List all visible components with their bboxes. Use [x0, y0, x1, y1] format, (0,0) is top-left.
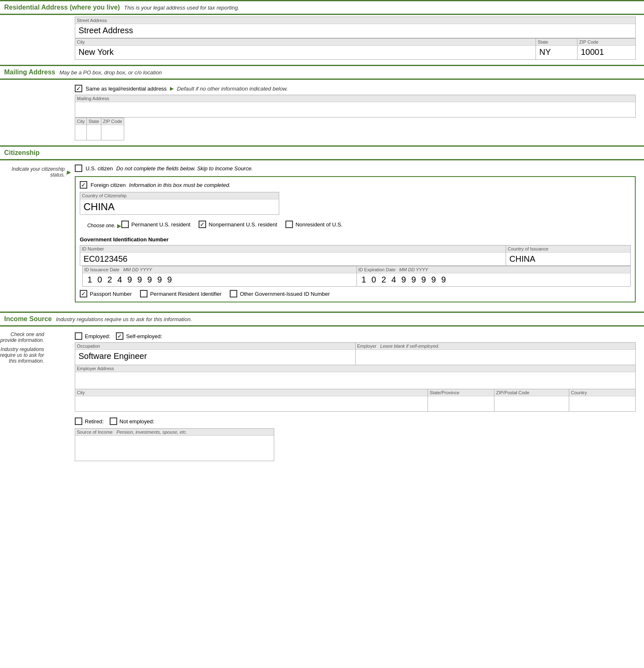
issuance-date-field[interactable]: ID Issuance Date MM DD YYYY 1 0 2 4 9 — [82, 266, 357, 287]
country-issuance-field[interactable]: Country of Issuance CHINA — [506, 245, 631, 266]
state-province-label: State/Province — [428, 389, 494, 396]
gov-id-section: Government Identification Number ID Numb… — [80, 236, 631, 297]
issuance-date-label: ID Issuance Date MM DD YYYY — [83, 266, 356, 273]
date-row: ID Issuance Date MM DD YYYY 1 0 2 4 9 — [82, 266, 631, 287]
state-field[interactable]: State NY — [536, 38, 578, 60]
income-country-label: Country — [569, 389, 635, 396]
street-address-value: Street Address — [75, 24, 635, 38]
employed-row: Employed: ✓ Self-employed: — [75, 330, 636, 342]
default-arrow-icon: ▶ — [170, 86, 174, 91]
income-country-field[interactable]: Country — [569, 389, 636, 412]
self-employed-option: ✓ Self-employed: — [116, 332, 162, 340]
income-source-header: Income Source Industry regulations requi… — [0, 312, 644, 325]
same-as-legal-text: Same as legal/residential address — [86, 86, 167, 92]
zip-value: 10001 — [578, 46, 635, 59]
foreign-citizen-note: Information in this box must be complete… — [129, 182, 231, 188]
residential-address-layout: Street Address Street Address City New Y… — [0, 15, 644, 61]
citizenship-section: Citizenship Indicate your citizenship st… — [0, 145, 644, 307]
zip-postal-field[interactable]: ZIP/Postal Code — [494, 389, 569, 412]
issuance-digits: 1 0 2 4 9 9 9 9 9 — [83, 273, 356, 286]
city-state-country-row: City State/Province ZIP/Postal Code Coun… — [75, 389, 636, 412]
mailing-title: Mailing Address — [4, 69, 55, 76]
residential-section: Residential Address (where you live) Thi… — [0, 0, 644, 61]
country-of-citizenship-field[interactable]: Country of Citizenship CHINA — [80, 192, 279, 215]
indicate-citizenship-label: Indicate your citizenship status. — [0, 166, 65, 178]
date-row-layout: ID Issuance Date MM DD YYYY 1 0 2 4 9 — [80, 266, 631, 287]
source-income-box[interactable]: Source of Income Pension, investments, s… — [75, 428, 274, 461]
nonpermanent-resident-label: Nonpermanent U.S. resident — [209, 221, 277, 228]
us-citizen-note: Do not complete the fields below. Skip t… — [116, 165, 253, 172]
nonresident-option: Nonresident of U.S. — [285, 221, 342, 228]
employer-label: Employer Leave blank if self-employed. — [356, 343, 636, 350]
nonresident-checkbox[interactable] — [285, 221, 293, 228]
self-employed-checkbox[interactable]: ✓ — [116, 332, 123, 340]
not-employed-option: Not employed: — [110, 418, 155, 425]
permanent-identifier-label: Permanent Resident Identifier — [150, 291, 221, 297]
foreign-citizen-checkbox[interactable]: ✓ — [80, 181, 87, 189]
permanent-identifier-checkbox[interactable] — [140, 290, 147, 297]
country-of-citizenship-value: CHINA — [80, 199, 279, 214]
expiration-digits: 1 0 2 4 9 9 9 9 9 — [357, 273, 631, 286]
passport-row: ✓ Passport Number Permanent Resident Ide… — [80, 290, 631, 297]
permanent-resident-option: Permanent U.S. resident — [121, 221, 190, 228]
residential-subtitle: This is your legal address used for tax … — [124, 5, 239, 11]
employed-label: Employed: — [85, 333, 110, 339]
country-of-citizenship-label: Country of Citizenship — [80, 192, 279, 199]
employer-address-field[interactable]: Employer Address — [75, 365, 636, 389]
choose-one-arrow-icon: ▶ — [117, 223, 121, 229]
mailing-address-fields: Mailing Address City State ZIP Code — [75, 95, 644, 140]
us-citizen-checkbox[interactable] — [75, 165, 82, 172]
employer-field[interactable]: Employer Leave blank if self-employed. — [356, 342, 636, 365]
city-label: City — [75, 39, 536, 46]
mailing-address-field[interactable]: Mailing Address — [75, 95, 636, 118]
retired-row: Retired: Not employed: — [75, 416, 636, 427]
resident-options: Permanent U.S. resident ✓ Nonpermanent U… — [121, 221, 343, 228]
city-field[interactable]: City New York — [75, 38, 536, 60]
passport-number-checkbox[interactable]: ✓ — [80, 290, 87, 297]
income-source-layout: Check one and provide information. Indus… — [0, 327, 644, 464]
income-city-field[interactable]: City — [75, 389, 428, 412]
mailing-zip-field[interactable]: ZIP Code — [101, 118, 124, 140]
citizenship-header: Citizenship — [0, 145, 644, 159]
citizenship-left-label: Indicate your citizenship status. ▶ — [0, 165, 75, 178]
state-province-field[interactable]: State/Province — [428, 389, 494, 412]
same-as-legal-checkbox[interactable]: ✓ — [75, 85, 82, 92]
street-address-label: Street Address — [75, 17, 635, 24]
retired-checkbox[interactable] — [75, 418, 82, 425]
citizenship-arrow-icon: ▶ — [66, 169, 71, 175]
nonpermanent-resident-option: ✓ Nonpermanent U.S. resident — [199, 221, 277, 228]
zip-postal-label: ZIP/Postal Code — [494, 389, 569, 396]
city-value: New York — [75, 46, 536, 59]
residential-header: Residential Address (where you live) Thi… — [0, 0, 644, 14]
choose-one-label-col: Choose one. ▶ — [80, 223, 121, 229]
permanent-resident-checkbox[interactable] — [121, 221, 129, 228]
employed-checkbox[interactable] — [75, 332, 82, 340]
foreign-citizen-box: ✓ Foreign citizen Information in this bo… — [75, 176, 636, 302]
mailing-city-state-zip-row: City State ZIP Code — [75, 118, 636, 140]
permanent-identifier-option: Permanent Resident Identifier — [140, 290, 221, 297]
occupation-value: Software Engineer — [75, 350, 355, 363]
street-address-field[interactable]: Street Address Street Address — [75, 17, 636, 38]
citizenship-layout: Indicate your citizenship status. ▶ U.S.… — [0, 160, 644, 307]
mailing-state-label: State — [87, 118, 101, 125]
not-employed-checkbox[interactable] — [110, 418, 117, 425]
other-gov-id-checkbox[interactable] — [230, 290, 237, 297]
occupation-label: Occupation — [75, 343, 355, 350]
occupation-field[interactable]: Occupation Software Engineer — [75, 342, 356, 365]
foreign-citizen-row: ✓ Foreign citizen Information in this bo… — [80, 181, 631, 189]
retired-label: Retired: — [85, 418, 104, 425]
expiration-date-field[interactable]: ID Expiration Date MM DD YYYY 1 0 2 4 9 — [357, 266, 631, 287]
employer-address-label: Employer Address — [75, 365, 635, 372]
mailing-section: Mailing Address May be a PO box, drop bo… — [0, 65, 644, 140]
id-number-field[interactable]: ID Number EC0123456 — [80, 245, 506, 266]
choose-one-layout: Choose one. ▶ Permanent U.S. resident ✓ … — [80, 219, 631, 232]
residential-right-col: Street Address Street Address City New Y… — [75, 17, 644, 60]
mailing-city-label: City — [75, 118, 86, 125]
nonpermanent-resident-checkbox[interactable]: ✓ — [199, 221, 206, 228]
employed-option: Employed: — [75, 332, 110, 340]
id-number-label: ID Number — [80, 246, 506, 253]
zip-field[interactable]: ZIP Code 10001 — [578, 38, 636, 60]
mailing-state-field[interactable]: State — [87, 118, 101, 140]
mailing-city-field[interactable]: City — [75, 118, 87, 140]
mailing-zip-label: ZIP Code — [101, 118, 124, 125]
